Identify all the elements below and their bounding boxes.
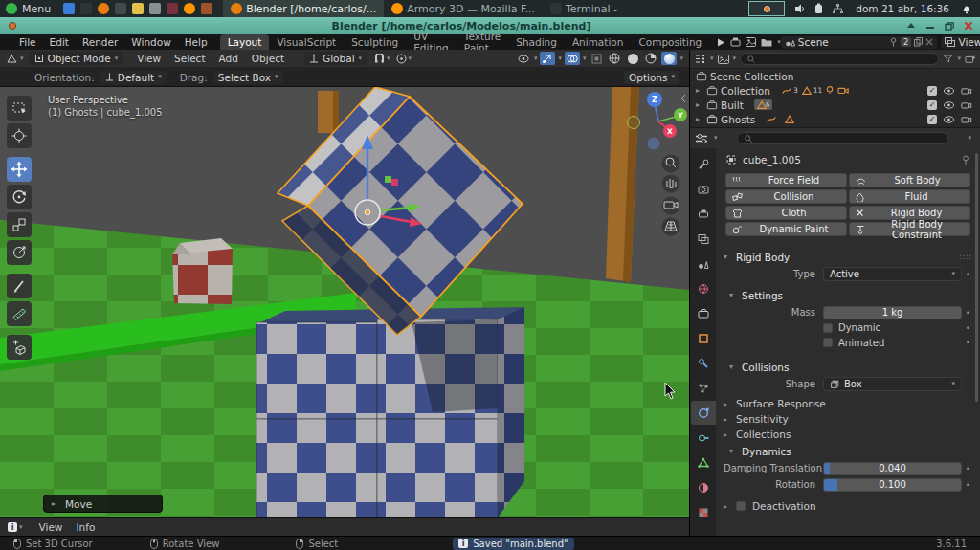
menu-view[interactable]: View [33,521,70,533]
tab-tool[interactable] [691,152,716,176]
tool-scale[interactable] [7,212,32,237]
new-collection-icon[interactable] [965,54,976,64]
cloth-button[interactable]: Cloth [725,206,847,220]
terminal-app-icon[interactable] [80,3,92,14]
notification-bell-icon[interactable] [961,3,972,14]
gizmo-plane-handle-red[interactable] [391,179,398,186]
unlink-x-icon[interactable] [925,38,933,46]
scene-selector[interactable]: Scene 2 [781,36,938,49]
chevron-down-icon[interactable]: ▾ [710,55,714,62]
chevron-down-icon[interactable]: ▾ [733,55,737,62]
tab-object[interactable] [691,326,716,350]
dynamic-checkbox[interactable] [823,323,833,333]
breadcrumb-object-name[interactable]: cube_1.005 [743,154,801,165]
panel-grip-icon[interactable]: ∷∷ [960,253,972,262]
tab-constraints[interactable] [691,426,716,450]
close-button[interactable] [961,20,976,32]
workspace-tab-texture-paint[interactable]: Texture Paint [457,34,508,50]
surface-response-header[interactable]: ▸ Surface Response [716,396,980,411]
distro-menu-icon[interactable] [6,3,17,14]
tab-output[interactable] [691,202,716,226]
animated-checkbox[interactable] [823,338,833,347]
files-app-icon[interactable] [201,3,212,14]
tab-scene[interactable] [691,252,716,275]
menu-file[interactable]: File [12,36,43,48]
tool-annotate[interactable] [7,274,32,298]
pin-icon[interactable] [889,37,898,47]
gizmos-toggle[interactable] [540,52,555,65]
drag-dropdown[interactable]: Select Box ▾ [213,71,283,84]
editor-type-selector[interactable]: i ▾ [8,522,23,532]
tool-select-box[interactable] [7,96,32,121]
menu-render[interactable]: Render [76,36,124,48]
collisions-panel-header[interactable]: ▾ Collisions [716,358,980,376]
eye-icon[interactable] [943,86,955,96]
archive-app-icon[interactable] [149,3,161,14]
notes-app-icon[interactable] [132,3,144,14]
deactivation-checkbox[interactable] [736,501,746,511]
mixer-app-icon[interactable] [167,3,178,14]
game-app-icon[interactable] [115,3,126,14]
gizmo-plane-handle-green[interactable] [385,176,391,183]
play-icon[interactable] [717,38,725,47]
outliner-row-ghosts[interactable]: ▸ Ghosts ✓ [690,112,980,126]
eye-icon[interactable] [943,100,955,110]
viewport-3d[interactable]: Z Y X [0,87,689,517]
tab-object-data[interactable] [691,451,716,474]
taskbar-window-terminal[interactable]: Terminal - [543,0,625,17]
menu-window[interactable]: Window [124,36,177,48]
taskbar-window-firefox[interactable]: Armory 3D — Mozilla F... [384,0,543,17]
tab-modifiers[interactable] [691,351,716,375]
outliner-search-input[interactable] [740,53,939,65]
chevron-down-icon[interactable]: ▾ [968,135,971,142]
minimize-button[interactable] [923,20,938,32]
tool-measure[interactable] [7,301,32,326]
animate-dot-icon[interactable]: • [962,308,974,318]
animate-dot-icon[interactable]: • [962,480,974,490]
shading-solid[interactable] [625,52,640,65]
network-icon[interactable] [832,3,844,14]
checkbox-checked-icon[interactable]: ✓ [927,100,937,110]
properties-scrollbar[interactable] [975,153,978,402]
menu-view[interactable]: View [130,53,167,64]
tab-collection[interactable] [691,301,716,325]
pin-icon[interactable] [961,155,970,165]
tool-rotate[interactable] [7,185,32,209]
soft-body-button[interactable]: Soft Body [849,173,970,187]
fluid-button[interactable]: Fluid [849,189,970,204]
collision-button[interactable]: Collision [725,189,847,204]
tool-add-cube[interactable] [7,335,32,360]
viewlayer-selector[interactable]: ViewLayer [941,36,980,49]
blender-app-icon[interactable] [98,3,109,14]
animate-dot-icon[interactable]: • [962,270,974,279]
dynamic-paint-button[interactable]: Dynamic Paint [725,222,847,236]
menu-info[interactable]: Info [69,521,101,533]
xray-toggle[interactable] [589,52,604,65]
axis-neg-z-ball[interactable] [648,138,660,150]
taskbar-window-blender[interactable]: Blender [/home/carlos/... [223,0,384,17]
sensitivity-header[interactable]: ▸ Sensitivity [716,411,980,427]
clock[interactable]: dom 21 abr, 16:36 [856,3,949,14]
type-dropdown[interactable]: Active ▾ [823,267,962,281]
collapse-panel-icon[interactable] [681,95,685,102]
force-field-button[interactable]: Force Field [725,173,847,187]
mode-selector[interactable]: Object Mode ▾ [30,52,123,65]
copy-icon[interactable] [914,37,923,47]
checkbox-checked-icon[interactable]: ✓ [927,86,937,96]
dynamics-panel-header[interactable]: ▾ Dynamics [716,442,980,460]
firefox-app-icon[interactable] [184,3,195,14]
workspace-tab-visualscript[interactable]: VisualScript [269,34,344,50]
scene-users-count[interactable]: 2 [901,37,912,47]
recorder-tray-icon[interactable] [748,1,785,16]
display-mode-icon[interactable] [718,55,729,64]
workspace-tab-compositing[interactable]: Compositing [631,34,709,50]
tool-transform[interactable] [7,240,32,265]
workspace-tab-animation[interactable]: Animation [565,34,632,50]
tab-render[interactable] [691,177,716,201]
rigid-body-panel-header[interactable]: ▾ Rigid Body ∷∷ [716,248,980,266]
outliner-row-collection[interactable]: ▸ Collection 3 11 ✓ [690,83,980,98]
shading-rendered[interactable] [661,52,677,65]
tab-view-layer[interactable] [691,227,716,251]
chat-app-icon[interactable] [63,3,75,14]
damping-translation-slider[interactable]: 0.040 [823,462,962,475]
